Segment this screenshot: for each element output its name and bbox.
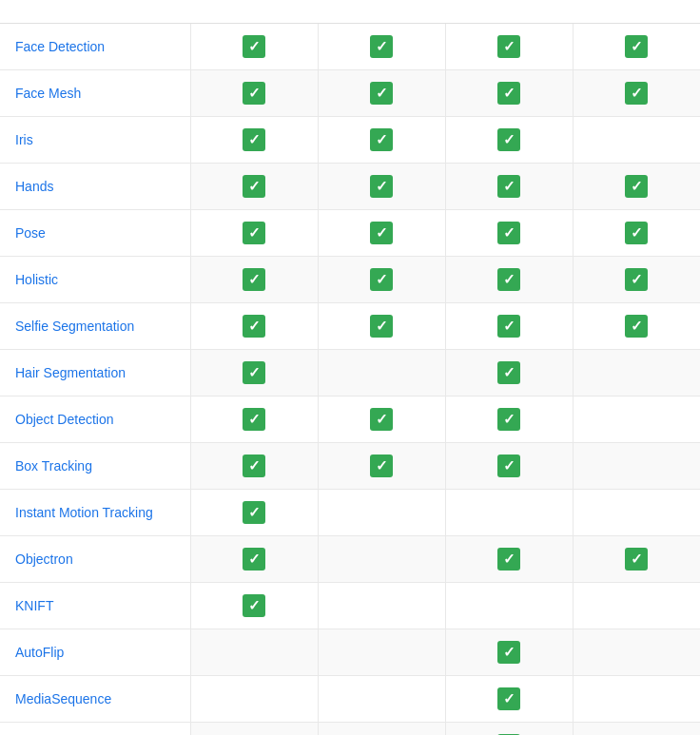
checkmark-icon bbox=[243, 548, 265, 571]
cell-python bbox=[573, 117, 700, 164]
table-row: Hair Segmentation bbox=[0, 350, 700, 397]
cell-cpp bbox=[445, 397, 573, 443]
cell-ios bbox=[318, 629, 445, 676]
cell-ios bbox=[318, 536, 445, 583]
table-row: Face Mesh bbox=[0, 70, 700, 117]
cell-python bbox=[573, 70, 700, 117]
checkmark-icon bbox=[625, 315, 648, 338]
checkmark-icon bbox=[243, 501, 265, 524]
checkmark-icon bbox=[243, 361, 265, 384]
cell-cpp bbox=[445, 70, 573, 117]
cell-python bbox=[573, 490, 700, 536]
table-row: Face Detection bbox=[0, 24, 700, 70]
table-row: Objectron bbox=[0, 536, 700, 583]
cell-ios bbox=[318, 117, 445, 164]
cell-ios bbox=[318, 676, 445, 723]
checkmark-icon bbox=[497, 687, 520, 710]
feature-name-cell: Instant Motion Tracking bbox=[0, 490, 190, 536]
checkmark-icon bbox=[497, 641, 520, 664]
checkmark-icon bbox=[625, 175, 648, 198]
checkmark-icon bbox=[243, 315, 265, 338]
cell-android bbox=[190, 257, 318, 303]
feature-name-cell: YouTube 8M bbox=[0, 723, 190, 736]
table-row: Instant Motion Tracking bbox=[0, 490, 700, 536]
checkmark-icon bbox=[370, 222, 393, 244]
checkmark-icon bbox=[370, 35, 393, 58]
checkmark-icon bbox=[370, 455, 393, 477]
cell-android bbox=[190, 629, 318, 676]
cell-cpp bbox=[445, 257, 573, 303]
cell-ios bbox=[318, 443, 445, 490]
feature-name-cell: Iris bbox=[0, 117, 190, 164]
cell-python bbox=[573, 536, 700, 583]
checkmark-icon bbox=[497, 408, 520, 431]
table-row: MediaSequence bbox=[0, 676, 700, 723]
feature-name-cell: MediaSequence bbox=[0, 676, 190, 723]
cell-ios bbox=[318, 70, 445, 117]
cell-cpp bbox=[445, 164, 573, 210]
checkmark-icon bbox=[497, 548, 520, 571]
cell-ios bbox=[318, 723, 445, 736]
checkmark-icon bbox=[243, 594, 265, 617]
header-cpp bbox=[445, 0, 573, 24]
table-row: Hands bbox=[0, 164, 700, 210]
table-row: AutoFlip bbox=[0, 629, 700, 676]
feature-name-cell: Box Tracking bbox=[0, 443, 190, 490]
checkmark-icon bbox=[497, 175, 520, 198]
cell-ios bbox=[318, 164, 445, 210]
checkmark-icon bbox=[370, 315, 393, 338]
checkmark-icon bbox=[370, 268, 393, 291]
checkmark-icon bbox=[243, 82, 265, 105]
cell-android bbox=[190, 583, 318, 629]
cell-android bbox=[190, 303, 318, 350]
checkmark-icon bbox=[625, 548, 648, 571]
feature-name-cell: AutoFlip bbox=[0, 629, 190, 676]
cell-ios bbox=[318, 397, 445, 443]
cell-android bbox=[190, 210, 318, 257]
checkmark-icon bbox=[243, 175, 265, 198]
cell-python bbox=[573, 24, 700, 70]
checkmark-icon bbox=[625, 222, 648, 244]
feature-name-cell: Object Detection bbox=[0, 397, 190, 443]
cell-android bbox=[190, 443, 318, 490]
checkmark-icon bbox=[243, 35, 265, 58]
cell-python bbox=[573, 676, 700, 723]
feature-name-cell: Objectron bbox=[0, 536, 190, 583]
cell-ios bbox=[318, 24, 445, 70]
checkmark-icon bbox=[497, 455, 520, 477]
cell-python bbox=[573, 629, 700, 676]
header-feature bbox=[0, 0, 190, 24]
cell-cpp bbox=[445, 443, 573, 490]
cell-cpp bbox=[445, 24, 573, 70]
cell-ios bbox=[318, 303, 445, 350]
checkmark-icon bbox=[625, 268, 648, 291]
cell-python bbox=[573, 210, 700, 257]
table-row: Box Tracking bbox=[0, 443, 700, 490]
checkmark-icon bbox=[243, 408, 265, 431]
table-row: Selfie Segmentation bbox=[0, 303, 700, 350]
cell-android bbox=[190, 723, 318, 736]
cell-android bbox=[190, 117, 318, 164]
cell-cpp bbox=[445, 117, 573, 164]
cell-android bbox=[190, 490, 318, 536]
cell-android bbox=[190, 536, 318, 583]
feature-name-cell: Hair Segmentation bbox=[0, 350, 190, 397]
feature-name-cell: KNIFT bbox=[0, 583, 190, 629]
cell-ios bbox=[318, 490, 445, 536]
cell-android bbox=[190, 397, 318, 443]
cell-ios bbox=[318, 210, 445, 257]
table-row: KNIFT bbox=[0, 583, 700, 629]
cell-python bbox=[573, 443, 700, 490]
checkmark-icon bbox=[243, 455, 265, 477]
checkmark-icon bbox=[497, 222, 520, 244]
feature-name-cell: Face Mesh bbox=[0, 70, 190, 117]
checkmark-icon bbox=[243, 128, 265, 151]
cell-ios bbox=[318, 257, 445, 303]
cell-cpp bbox=[445, 723, 573, 736]
table-row: YouTube 8M bbox=[0, 723, 700, 736]
checkmark-icon bbox=[243, 222, 265, 244]
cell-android bbox=[190, 24, 318, 70]
cell-python bbox=[573, 257, 700, 303]
cell-python bbox=[573, 303, 700, 350]
header-android bbox=[190, 0, 318, 24]
